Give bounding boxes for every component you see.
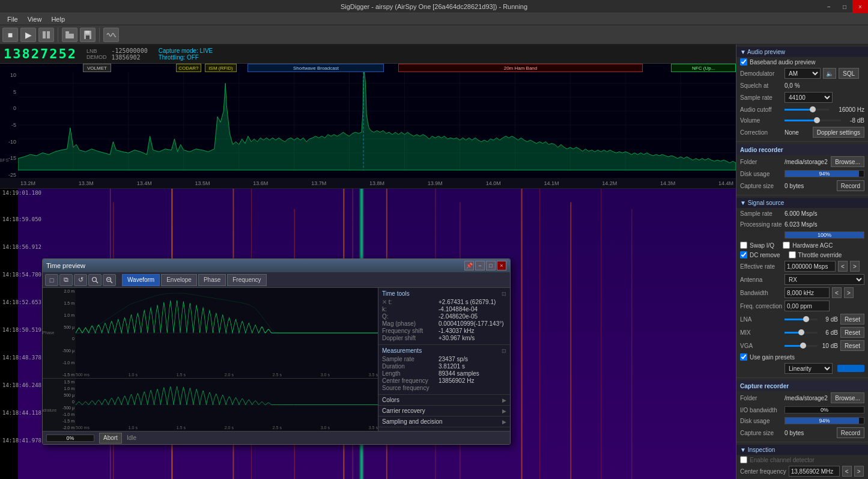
antenna-select[interactable]: RX (785, 274, 864, 285)
audio-cutoff-thumb[interactable] (810, 106, 816, 112)
sampling-header[interactable]: Sampling and decision ▶ (382, 418, 506, 425)
toolbar-wave[interactable] (103, 28, 119, 42)
menu-view[interactable]: View (23, 16, 47, 23)
mix-slider[interactable] (785, 329, 818, 336)
tp-tab-waveform[interactable]: Waveform (122, 274, 160, 286)
maximize-btn[interactable]: □ (837, 0, 852, 13)
insp-center-freq-input[interactable] (789, 466, 840, 477)
demodulator-label: Demodulator (740, 70, 782, 77)
signal-source-header[interactable]: ▼ Signal source (736, 198, 868, 208)
processing-text: 100% (818, 232, 831, 238)
freq-correction-label: Freq. correction (740, 303, 782, 310)
baseband-checkbox[interactable] (740, 58, 747, 66)
bandwidth-input[interactable] (785, 287, 830, 298)
tp-close-btn[interactable]: × (497, 261, 506, 270)
toolbar-btn-3[interactable] (38, 28, 54, 42)
measurements-expand[interactable]: ⊡ (502, 348, 506, 354)
throttle-checkbox[interactable] (789, 251, 796, 258)
vga-reset-btn[interactable]: Reset (840, 340, 864, 351)
gain-presets-checkbox[interactable] (740, 353, 747, 361)
sample-rate-select[interactable]: 44100 (785, 92, 833, 103)
svg-line-52 (111, 281, 113, 283)
audio-disk-text: 94% (819, 171, 830, 177)
audio-capture-value: 0 bytes (785, 183, 834, 189)
demodulator-select[interactable]: AM (785, 68, 821, 79)
play-btn[interactable]: ▶ (20, 28, 36, 42)
bw-down[interactable]: < (832, 287, 842, 298)
time-preview-toolbar: □ ⧉ ↺ Waveform Envelope Phase Frequency (43, 272, 510, 288)
tp-tool-2[interactable]: ⧉ (59, 274, 73, 286)
audio-folder-value: /media/storage2 (785, 159, 828, 165)
lna-slider[interactable] (785, 316, 818, 323)
menu-help[interactable]: Help (46, 16, 70, 23)
bw-up[interactable]: > (844, 287, 854, 298)
lna-reset-btn[interactable]: Reset (840, 314, 864, 325)
vga-label: VGA (740, 343, 782, 349)
mix-thumb[interactable] (798, 329, 804, 335)
colors-expand[interactable]: ▶ (502, 397, 506, 403)
toolbar-open[interactable] (62, 28, 77, 42)
doppler-btn[interactable]: Doppler settings (813, 127, 864, 138)
tp-max-btn[interactable]: □ (486, 261, 496, 270)
colors-header[interactable]: Colors ▶ (382, 397, 506, 403)
cap-folder-label: Folder (740, 395, 782, 401)
speaker-btn[interactable]: 🔈 (823, 68, 836, 79)
inspection-header[interactable]: ▼ Inspection (736, 445, 868, 455)
carrier-expand[interactable]: ▶ (502, 408, 506, 414)
cap-record-btn[interactable]: Record (837, 427, 864, 438)
spectrum-canvas[interactable]: VOLMET CODAR? ISM (RFID) Shortwave Broad… (0, 64, 736, 178)
menu-file[interactable]: File (2, 16, 23, 23)
audio-preview-header[interactable]: ▼ Audio preview (736, 47, 868, 57)
vga-slider[interactable] (785, 342, 818, 349)
carrier-header[interactable]: Carrier recovery ▶ (382, 407, 506, 414)
window-controls[interactable]: − □ × (821, 0, 868, 13)
dc-remove-checkbox[interactable] (740, 251, 747, 258)
sql-btn[interactable]: SQL (839, 68, 859, 79)
hw-agc-checkbox[interactable] (783, 242, 790, 249)
tp-tool-4[interactable] (88, 274, 102, 286)
band-ism: ISM (RFID) (205, 64, 237, 72)
volume-thumb[interactable] (814, 117, 820, 123)
swap-iq-checkbox[interactable] (740, 242, 747, 249)
eff-rate-up[interactable]: > (850, 261, 860, 272)
tp-tool-5[interactable] (103, 274, 116, 286)
mix-track (785, 332, 818, 334)
dc-remove-row: DC remove Throttle override (736, 250, 868, 260)
time-tools-expand[interactable]: ⊡ (502, 291, 506, 297)
audio-cutoff-slider[interactable] (785, 106, 829, 113)
tp-pin-btn[interactable]: 📌 (464, 261, 474, 270)
tp-min-btn[interactable]: − (475, 261, 485, 270)
minimize-btn[interactable]: − (821, 0, 837, 13)
tp-abort-btn[interactable]: Abort (99, 433, 122, 444)
tp-tool-3[interactable]: ↺ (74, 274, 87, 286)
src-sample-rate-label: Sample rate (740, 210, 782, 217)
toolbar: ■ ▶ (0, 25, 868, 44)
sampling-expand[interactable]: ▶ (502, 419, 506, 425)
gain-preset-select[interactable]: Linearity (785, 363, 833, 374)
lna-thumb[interactable] (803, 316, 809, 322)
sampling-decision-section: Sampling and decision ▶ (378, 416, 510, 427)
toolbar-save[interactable] (80, 28, 96, 42)
close-btn[interactable]: × (852, 0, 868, 13)
stop-btn[interactable]: ■ (2, 28, 18, 42)
effective-rate-input[interactable] (785, 261, 836, 272)
audio-recorder-title: Audio recorder (740, 147, 783, 153)
volume-slider[interactable] (785, 117, 841, 124)
time-4: 14:18:54.780 (2, 272, 41, 278)
tp-tab-frequency[interactable]: Frequency (227, 274, 266, 286)
channel-detector-checkbox[interactable] (740, 456, 747, 463)
freq-correction-input[interactable] (785, 301, 830, 311)
insp-freq-down[interactable]: < (842, 466, 852, 477)
tp-tab-phase[interactable]: Phase (198, 274, 226, 286)
eff-rate-down[interactable]: < (838, 261, 848, 272)
tp-tab-envelope[interactable]: Envelope (161, 274, 197, 286)
audio-browse-btn[interactable]: Browse... (831, 156, 864, 167)
mix-reset-btn[interactable]: Reset (840, 327, 864, 338)
cap-browse-btn[interactable]: Browse... (831, 392, 864, 403)
insp-freq-up[interactable]: > (854, 466, 864, 477)
vga-thumb[interactable] (800, 343, 806, 349)
tp-tool-1[interactable]: □ (45, 274, 58, 286)
processing-rate-value: 6.023 Msp/s (785, 221, 817, 228)
audio-disk-label: Disk usage (740, 171, 782, 177)
audio-record-btn[interactable]: Record (837, 180, 864, 191)
